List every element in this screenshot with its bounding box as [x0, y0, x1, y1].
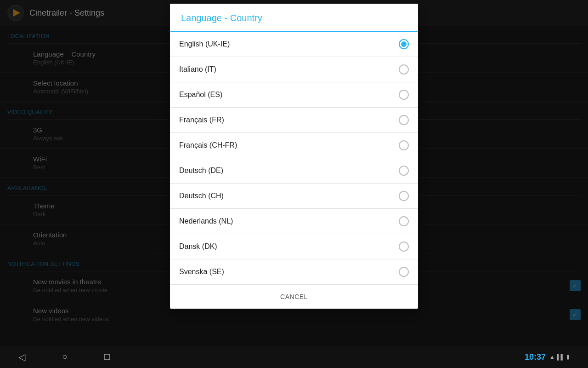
dialog-actions: Cancel: [170, 284, 418, 309]
status-bar-right: 10:37 ▲ ▌▌ ▮: [525, 352, 570, 362]
recent-apps-icon[interactable]: □: [104, 351, 110, 362]
language-option-fr[interactable]: Français (FR): [170, 108, 418, 133]
back-icon[interactable]: ◁: [18, 351, 25, 362]
language-dialog: Language - Country English (UK-IE) Itali…: [170, 4, 418, 309]
language-option-dk[interactable]: Dansk (DK): [170, 234, 418, 259]
dialog-options-list: English (UK-IE) Italiano (IT) Español (E…: [170, 32, 418, 284]
wifi-icon: ▲: [549, 354, 555, 360]
battery-icon: ▮: [566, 354, 570, 360]
language-option-nl-label: Nederlands (NL): [179, 217, 233, 225]
language-option-it-label: Italiano (IT): [179, 65, 216, 74]
language-option-ch-fr[interactable]: Français (CH-FR): [170, 133, 418, 158]
radio-de-ch: [399, 191, 409, 201]
radio-dk: [399, 242, 409, 252]
radio-se: [399, 267, 409, 277]
language-option-ch-fr-label: Français (CH-FR): [179, 141, 237, 150]
radio-fr: [399, 115, 409, 125]
language-option-de[interactable]: Deutsch (DE): [170, 158, 418, 184]
language-option-dk-label: Dansk (DK): [179, 242, 217, 251]
radio-nl: [399, 216, 409, 226]
cancel-button[interactable]: Cancel: [269, 288, 319, 305]
language-option-de-label: Deutsch (DE): [179, 167, 223, 175]
language-option-se[interactable]: Svenska (SE): [170, 259, 418, 284]
home-icon[interactable]: ○: [62, 351, 68, 362]
language-option-de-ch[interactable]: Deutsch (CH): [170, 184, 418, 209]
dialog-title: Language - Country: [170, 4, 418, 32]
nav-left-buttons: ◁ ○ □: [18, 351, 110, 362]
language-option-it[interactable]: Italiano (IT): [170, 57, 418, 82]
radio-en-uk-ie: [399, 39, 409, 49]
language-option-de-ch-label: Deutsch (CH): [179, 192, 224, 200]
language-option-se-label: Svenska (SE): [179, 268, 224, 276]
nav-bar: ◁ ○ □ 10:37 ▲ ▌▌ ▮: [0, 346, 588, 368]
language-option-fr-label: Français (FR): [179, 116, 224, 124]
language-option-es-label: Español (ES): [179, 91, 222, 99]
status-icons: ▲ ▌▌ ▮: [549, 354, 570, 360]
language-option-nl[interactable]: Nederlands (NL): [170, 209, 418, 234]
radio-ch-fr: [399, 140, 409, 150]
radio-de: [399, 166, 409, 176]
language-option-en-uk-ie-label: English (UK-IE): [179, 40, 230, 48]
language-option-en-uk-ie[interactable]: English (UK-IE): [170, 32, 418, 57]
time-display: 10:37: [525, 352, 546, 362]
language-option-es[interactable]: Español (ES): [170, 82, 418, 108]
radio-it: [399, 64, 409, 75]
signal-icon: ▌▌: [557, 354, 565, 360]
radio-es: [399, 90, 409, 100]
